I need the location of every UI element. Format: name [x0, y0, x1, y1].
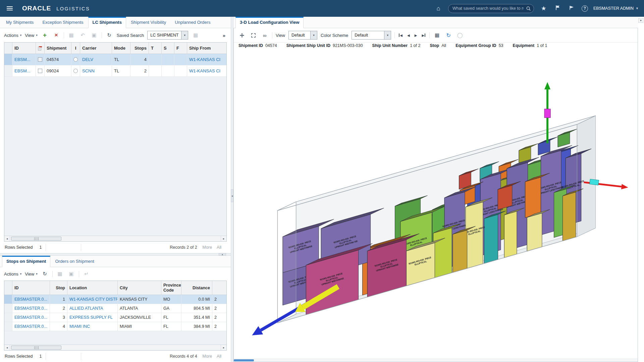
tab-lc-shipments[interactable]: LC Shipments — [88, 17, 126, 28]
last-ship-unit-button[interactable]: ▶ — [421, 34, 426, 37]
column-header-stop[interactable]: Stop — [50, 281, 67, 295]
table-icon[interactable]: ▦ — [192, 31, 200, 39]
column-header-stops[interactable]: Stops — [130, 43, 149, 54]
actions-menu[interactable]: Actions▾ — [4, 272, 21, 277]
view-horizontal-scrollbar[interactable] — [234, 359, 638, 362]
table-row[interactable]: EBSM... 04574 DELV TL 4 W1-KANSAS CI — [4, 54, 226, 65]
save-icon[interactable]: ▣ — [90, 31, 98, 39]
scroll-left-arrow[interactable]: ◂ — [4, 236, 10, 241]
column-header-shipment[interactable]: Shipment — [45, 43, 71, 54]
search-input[interactable] — [448, 4, 534, 13]
table-row[interactable]: EBSMASTER.0... 4 MIAMI INC MIAMI FL 384.… — [4, 322, 226, 331]
column-header-s[interactable]: S — [162, 43, 174, 54]
row-radio[interactable] — [73, 69, 78, 73]
table-row[interactable]: EBSMASTER.0... 2 ALLIED ATLANTA ATLANTA … — [4, 304, 226, 313]
refresh-view-icon[interactable]: ↻ — [444, 31, 452, 39]
previous-ship-unit-button[interactable]: ◀ — [407, 34, 411, 37]
scrollbar-thumb[interactable] — [11, 237, 61, 241]
row-radio[interactable] — [73, 57, 78, 62]
column-header-location[interactable]: Location — [67, 281, 118, 295]
view-dropdown[interactable]: Default▾ — [288, 31, 317, 40]
column-header-ship-from[interactable]: Ship From — [187, 43, 226, 54]
tab-shipment-visibility[interactable]: Shipment Visibility — [127, 17, 170, 28]
shipment-id-link[interactable]: EBSM... — [14, 57, 31, 62]
vertical-splitter[interactable]: ◂ — [231, 17, 233, 362]
favorites-star-icon[interactable]: ★ — [539, 4, 548, 13]
collapse-left-icon[interactable]: ◂ — [231, 189, 233, 202]
location-link[interactable]: W1-KANSAS CITY DISTR... — [69, 297, 118, 302]
row-selector[interactable] — [4, 313, 12, 322]
tab-3d-load-configuration[interactable]: 3-D Load Configuration View — [235, 17, 304, 28]
stop-id-link[interactable]: EBSMASTER.0... — [14, 315, 47, 320]
view-menu[interactable]: View▾ — [25, 33, 37, 38]
table-row[interactable]: EBSMASTER.0... 3 EXPRESS SUPPLY FL JACKS… — [4, 313, 226, 322]
saved-search-dropdown[interactable]: LC SHIPMENT▾ — [147, 31, 188, 40]
column-header-city[interactable]: City — [118, 281, 161, 295]
row-selector[interactable] — [4, 65, 12, 76]
row-selector[interactable] — [4, 295, 12, 304]
column-header-mode[interactable]: Mode — [112, 43, 130, 54]
location-link[interactable]: MIAMI INC — [69, 324, 90, 329]
help-icon[interactable]: ? — [582, 5, 588, 12]
row-checkbox[interactable] — [38, 57, 42, 62]
detach-icon[interactable]: ▦ — [67, 31, 75, 39]
load-3d-canvas[interactable]: 921MS-003-030_PIECEELLIPTICAL921MS-003-0… — [234, 51, 638, 359]
delete-icon[interactable]: × — [52, 31, 60, 39]
shipment-id-link[interactable]: EBSM... — [14, 68, 31, 73]
collapse-pane-icon[interactable]: ▾ — [638, 18, 643, 23]
tab-orders-on-shipment[interactable]: Orders on Shipment — [51, 256, 98, 267]
location-link[interactable]: EXPRESS SUPPLY FL — [69, 315, 113, 320]
view-scrollbar-thumb[interactable] — [234, 359, 254, 361]
stop-id-link[interactable]: EBSMASTER.0... — [14, 306, 47, 311]
carrier-link[interactable]: SCNN — [82, 68, 95, 73]
column-header-id[interactable]: ID — [12, 43, 36, 54]
return-icon[interactable]: ↵ — [83, 270, 91, 278]
refresh-icon[interactable]: ↻ — [105, 31, 113, 39]
horizontal-scrollbar[interactable]: ◂ ▸ — [4, 345, 226, 350]
tab-unplanned-orders[interactable]: Unplanned Orders — [171, 17, 214, 28]
all-link[interactable]: All — [217, 245, 221, 250]
ship-from-link[interactable]: W1-KANSAS CI — [189, 57, 220, 62]
column-header-t[interactable]: T — [149, 43, 162, 54]
color-scheme-dropdown[interactable]: Default▾ — [352, 31, 391, 40]
row-selector[interactable] — [4, 322, 12, 331]
actions-menu[interactable]: Actions▾ — [4, 33, 21, 38]
table-row[interactable]: EBSM... 09024 SCNN TL 2 W1-KANSAS CI — [4, 65, 226, 77]
toolbar-overflow[interactable]: » — [223, 33, 227, 38]
detach-icon[interactable]: ▦ — [56, 270, 64, 278]
all-link[interactable]: All — [217, 354, 221, 359]
add-icon[interactable]: + — [41, 31, 49, 39]
table-row[interactable]: EBSMASTER.0... 1 W1-KANSAS CITY DISTR...… — [4, 295, 226, 304]
row-selector[interactable] — [4, 304, 12, 313]
more-link[interactable]: More — [203, 354, 212, 359]
more-link[interactable]: More — [203, 245, 212, 250]
column-header-next[interactable] — [212, 281, 226, 295]
tab-exception-shipments[interactable]: Exception Shipments — [38, 17, 87, 28]
horizontal-scrollbar[interactable]: ◂ ▸ — [4, 236, 226, 241]
collapse-up-icon[interactable]: ▴ — [219, 253, 226, 256]
tab-my-shipments[interactable]: My Shipments — [2, 17, 38, 28]
column-header-f[interactable]: F — [174, 43, 187, 54]
home-icon[interactable]: ⌂ — [434, 4, 443, 13]
menu-icon[interactable] — [5, 5, 14, 12]
location-link[interactable]: ALLIED ATLANTA — [69, 306, 103, 311]
scroll-right-arrow[interactable]: ▸ — [221, 345, 226, 350]
pennant-icon[interactable] — [568, 4, 576, 13]
equipment-icon[interactable]: ▦ — [433, 31, 441, 39]
column-header-carrier[interactable]: Carrier — [80, 43, 112, 54]
ship-from-link[interactable]: W1-KANSAS CI — [189, 68, 220, 73]
view-menu[interactable]: View▾ — [25, 272, 37, 277]
flag-icon[interactable] — [553, 4, 562, 13]
scrollbar-thumb[interactable] — [11, 346, 61, 350]
first-ship-unit-button[interactable]: ◀ — [398, 34, 403, 37]
binoculars-icon[interactable]: ∞ — [261, 31, 269, 39]
auto-refresh-icon[interactable]: ◯ — [456, 31, 464, 39]
column-header-id[interactable]: ID — [12, 281, 50, 295]
row-checkbox[interactable] — [38, 69, 42, 73]
column-header-province-code[interactable]: Province Code — [161, 281, 181, 295]
horizontal-splitter[interactable]: ▴ — [0, 253, 231, 256]
stop-id-link[interactable]: EBSMASTER.0... — [14, 324, 47, 329]
export-icon[interactable]: ▣ — [67, 270, 75, 278]
carrier-link[interactable]: DELV — [82, 57, 93, 62]
refresh-icon[interactable]: ↻ — [41, 270, 49, 278]
